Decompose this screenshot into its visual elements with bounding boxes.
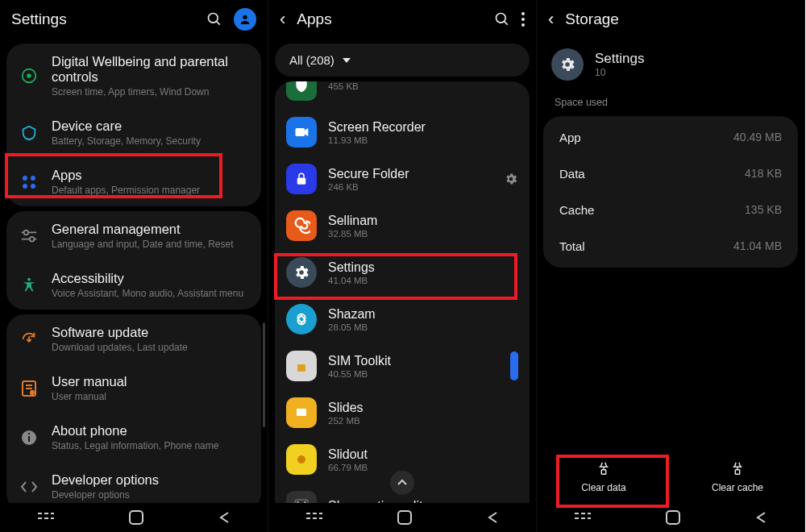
app-size: 32.85 MB <box>328 229 518 239</box>
manual-icon: ? <box>18 377 40 400</box>
svg-line-61 <box>734 463 736 468</box>
settings-row-digital[interactable]: Digital Wellbeing and parental controls … <box>6 44 261 108</box>
svg-point-8 <box>31 184 35 189</box>
settings-row-apps[interactable]: Apps Default apps, Permission manager <box>6 157 261 206</box>
svg-rect-59 <box>735 470 740 475</box>
app-name: Sellinam <box>328 214 518 228</box>
settings-row-user[interactable]: ? User manual User manual <box>6 364 261 413</box>
nav-recents-icon[interactable] <box>306 512 322 523</box>
app-row[interactable]: 455 KB <box>275 81 530 109</box>
svg-marker-35 <box>343 58 351 63</box>
app-row[interactable]: SIM Toolkit 40.55 MB <box>275 343 530 389</box>
svg-point-4 <box>27 73 31 78</box>
scroll-handle[interactable] <box>510 351 518 380</box>
app-icon <box>286 81 317 101</box>
app-row[interactable]: Screen Recorder 11.93 MB <box>275 109 530 156</box>
filter-label: All (208) <box>289 53 334 67</box>
clear-cache-button[interactable]: Clear cache <box>689 459 786 493</box>
app-row[interactable]: Shazam 28.05 MB <box>275 296 530 343</box>
row-label: Developer options <box>52 472 248 488</box>
storage-row: Total 41.04 MB <box>543 228 798 264</box>
devicecare-icon <box>18 122 40 144</box>
scrollbar[interactable] <box>263 322 265 427</box>
storage-value: 418 KB <box>745 167 782 181</box>
section-label: Space used <box>537 90 804 111</box>
nav-back-icon[interactable] <box>487 511 498 524</box>
app-icon <box>286 257 317 288</box>
nav-back-icon[interactable] <box>755 511 767 524</box>
accessibility-icon <box>18 274 40 297</box>
storage-row: Cache 135 KB <box>543 192 798 228</box>
app-size: 28.05 MB <box>328 322 518 332</box>
nav-recents-icon[interactable] <box>575 512 591 523</box>
storage-key: Data <box>559 167 585 181</box>
app-name: Settings <box>595 51 644 67</box>
scroll-top-button[interactable] <box>390 471 414 495</box>
app-icon <box>286 351 317 381</box>
svg-line-1 <box>217 22 220 25</box>
nav-bar <box>0 503 268 532</box>
row-sub: Default apps, Permission manager <box>52 185 248 196</box>
app-icon <box>286 117 317 148</box>
page-title: Settings <box>11 10 195 28</box>
back-icon[interactable]: ‹ <box>280 9 285 30</box>
nav-home-icon[interactable] <box>397 510 412 525</box>
row-label: Software update <box>52 325 248 340</box>
storage-value: 40.49 MB <box>733 131 782 144</box>
app-size: 252 MB <box>328 416 518 426</box>
svg-rect-29 <box>130 511 143 524</box>
settings-row-about[interactable]: About phone Status, Legal information, P… <box>6 413 261 462</box>
row-sub: Screen time, App timers, Wind Down <box>52 86 248 98</box>
svg-rect-36 <box>296 128 305 136</box>
app-icon <box>286 304 317 335</box>
svg-rect-21 <box>28 436 30 442</box>
svg-rect-22 <box>28 433 30 434</box>
back-icon[interactable]: ‹ <box>548 9 554 30</box>
app-row[interactable]: Secure Folder 246 KB <box>275 156 530 202</box>
overflow-icon[interactable] <box>521 12 525 27</box>
page-title: Storage <box>565 10 793 28</box>
search-icon[interactable] <box>206 11 222 27</box>
svg-point-12 <box>30 236 34 241</box>
settings-row-device[interactable]: Device care Battery, Storage, Memory, Se… <box>6 108 261 157</box>
apps-filter[interactable]: All (208) <box>275 44 530 77</box>
nav-back-icon[interactable] <box>218 511 230 524</box>
app-name: Settings <box>328 260 518 275</box>
storage-row: App 40.49 MB <box>543 119 798 156</box>
svg-point-0 <box>209 14 218 23</box>
svg-rect-39 <box>297 364 305 372</box>
app-icon <box>286 164 317 194</box>
app-row[interactable]: Settings 41.04 MB <box>275 249 530 296</box>
row-label: General management <box>52 222 248 237</box>
app-icon <box>286 444 317 475</box>
gear-icon[interactable] <box>504 172 518 186</box>
storage-key: Cache <box>559 203 594 217</box>
app-icon <box>286 397 317 428</box>
app-size: 41.04 MB <box>328 276 518 285</box>
storage-row: Data 418 KB <box>543 156 798 192</box>
account-avatar[interactable] <box>234 8 256 31</box>
storage-value: 135 KB <box>745 203 782 217</box>
update-icon <box>18 328 40 351</box>
settings-row-accessibility[interactable]: Accessibility Voice Assistant, Mono audi… <box>6 260 261 310</box>
svg-point-43 <box>297 455 305 463</box>
app-row[interactable]: Sellinam 32.85 MB <box>275 202 530 249</box>
nav-home-icon[interactable] <box>129 510 143 525</box>
page-title: Apps <box>297 10 483 28</box>
settings-row-general[interactable]: General management Language and input, D… <box>6 211 261 260</box>
search-icon[interactable] <box>494 11 510 27</box>
svg-line-31 <box>505 22 508 25</box>
chevron-down-icon <box>343 58 351 63</box>
app-size: 246 KB <box>328 182 492 192</box>
app-row[interactable]: Slides 252 MB <box>275 389 530 436</box>
clear-data-button[interactable]: Clear data <box>555 459 652 493</box>
svg-point-13 <box>27 277 31 281</box>
svg-rect-38 <box>297 178 306 185</box>
app-name: Screen Recorder <box>328 120 518 135</box>
app-icon <box>286 210 317 241</box>
nav-recents-icon[interactable] <box>38 512 54 523</box>
nav-home-icon[interactable] <box>666 510 680 525</box>
settings-row-software[interactable]: Software update Download updates, Last u… <box>6 314 261 364</box>
row-label: Apps <box>52 168 248 183</box>
svg-point-7 <box>23 184 27 189</box>
